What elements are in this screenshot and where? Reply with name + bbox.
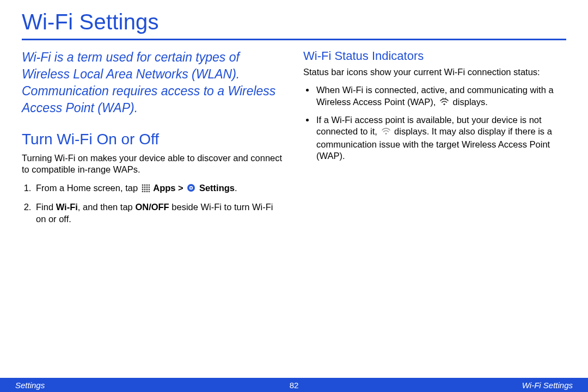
svg-point-18 [191, 187, 192, 189]
svg-point-7 [148, 187, 149, 188]
step-2: Find Wi-Fi, and then tap ON/OFF beside W… [34, 201, 285, 225]
svg-point-11 [148, 189, 149, 191]
settings-gear-icon [187, 183, 195, 195]
title-rule [22, 39, 566, 40]
paragraph: Status bar icons show your current Wi-Fi… [303, 66, 566, 78]
svg-point-13 [144, 191, 145, 192]
footer-right: Wi-Fi Settings [298, 381, 573, 390]
intro-paragraph: Wi-Fi is a term used for certain types o… [22, 49, 285, 117]
text: > [178, 183, 186, 193]
paragraph: Turning Wi-Fi on makes your device able … [22, 152, 285, 175]
text: displays. [453, 97, 488, 107]
svg-point-8 [142, 189, 143, 191]
text: . [235, 183, 237, 193]
bullet-1: When Wi-Fi is connected, active, and com… [315, 84, 566, 109]
footer-page-number: 82 [290, 381, 299, 390]
svg-point-12 [142, 191, 143, 192]
text: From a Home screen, tap [36, 183, 140, 193]
wifi-connected-icon [439, 97, 449, 109]
section-heading-status-indicators: Wi-Fi Status Indicators [303, 49, 566, 63]
settings-label: Settings [199, 183, 235, 193]
apps-grid-icon [142, 183, 150, 195]
svg-point-9 [144, 189, 145, 191]
svg-point-15 [148, 191, 149, 192]
onoff-label: ON/OFF [135, 202, 169, 212]
svg-point-3 [148, 185, 149, 186]
wifi-label: Wi-Fi [56, 202, 78, 212]
document-page: Wi-Fi Settings Wi-Fi is a term used for … [0, 0, 588, 392]
bullet-list: When Wi-Fi is connected, active, and com… [303, 84, 566, 162]
wifi-available-icon [381, 127, 391, 138]
bullet-2: If a Wi-Fi access point is available, bu… [315, 114, 566, 162]
right-column: Wi-Fi Status Indicators Status bar icons… [303, 49, 566, 230]
page-title: Wi-Fi Settings [22, 10, 566, 34]
svg-point-4 [142, 187, 143, 188]
svg-point-10 [146, 189, 148, 191]
svg-point-19 [443, 103, 445, 105]
section-body: Turning Wi-Fi on makes your device able … [22, 152, 285, 225]
svg-point-1 [144, 185, 145, 186]
text: When Wi-Fi is connected, active, and com… [316, 85, 554, 106]
page-footer: Settings 82 Wi-Fi Settings [0, 378, 588, 392]
apps-label: Apps [153, 183, 175, 193]
left-column: Wi-Fi is a term used for certain types o… [22, 49, 285, 230]
text: Find [36, 202, 56, 212]
svg-point-14 [146, 191, 148, 192]
svg-point-0 [142, 185, 143, 186]
svg-point-5 [144, 187, 145, 188]
svg-point-20 [385, 133, 387, 134]
svg-point-2 [146, 185, 148, 186]
footer-left: Settings [15, 381, 290, 390]
section-body: Status bar icons show your current Wi-Fi… [303, 66, 566, 162]
section-heading-turn-wifi: Turn Wi-Fi On or Off [22, 131, 285, 148]
text: , and then tap [78, 202, 136, 212]
steps-list: From a Home screen, tap [22, 182, 285, 225]
step-1: From a Home screen, tap [34, 182, 285, 195]
svg-point-6 [146, 187, 148, 188]
two-column-layout: Wi-Fi is a term used for certain types o… [22, 49, 566, 230]
